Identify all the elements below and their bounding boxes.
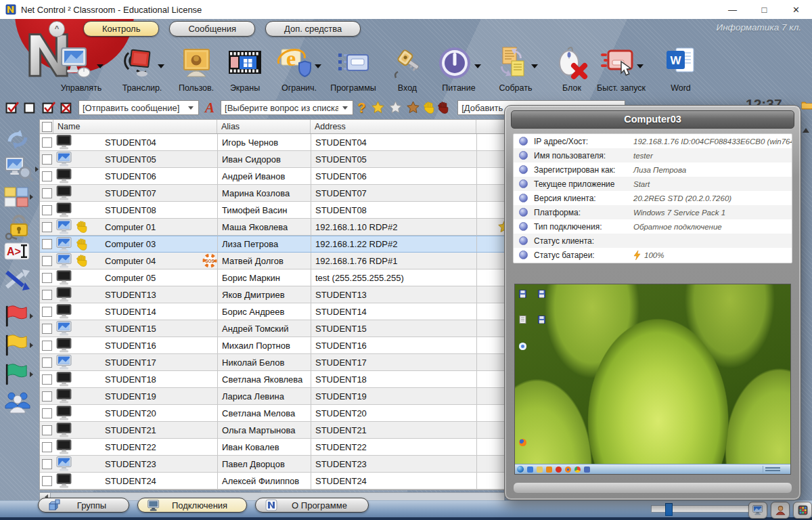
row-checkbox[interactable]: [42, 324, 52, 334]
table-row[interactable]: STUDENT17Николай БеловSTUDENT17: [40, 354, 504, 371]
table-row[interactable]: STUDENT19Лариса ЛевинаSTUDENT19: [40, 388, 504, 405]
top-tab-2[interactable]: Доп. средства: [265, 21, 361, 37]
mark-checkbox-checked[interactable]: [5, 101, 19, 114]
view-monitors-button[interactable]: [748, 502, 767, 519]
sidebar-item-flag-green[interactable]: [4, 362, 36, 387]
row-checkbox[interactable]: [42, 459, 52, 469]
row-checkbox[interactable]: [42, 408, 52, 418]
table-row[interactable]: STUDENT24Алексей ФилипповSTUDENT24: [40, 473, 504, 490]
table-row[interactable]: STUDENT04Игорь ЧерновSTUDENT04: [40, 134, 504, 151]
close-button[interactable]: ✕: [780, 0, 812, 19]
popup-title[interactable]: Computer03: [511, 110, 794, 129]
toolbar-item-quickrun[interactable]: Быст. запуск: [593, 42, 650, 93]
view-users-button[interactable]: [771, 502, 790, 519]
chevron-down-icon[interactable]: [158, 64, 164, 72]
column-header-alias[interactable]: Alias: [217, 120, 311, 133]
row-checkbox[interactable]: [42, 205, 52, 215]
chevron-down-icon[interactable]: [474, 64, 481, 72]
chevron-down-icon[interactable]: [531, 64, 538, 72]
row-checkbox[interactable]: [42, 256, 52, 266]
top-tab-1[interactable]: Сообщения: [169, 21, 255, 37]
column-header-name[interactable]: Name: [53, 120, 217, 133]
remote-screen-thumbnail[interactable]: [514, 284, 791, 475]
bottom-tab-connections[interactable]: Подключения: [137, 498, 247, 513]
sidebar-item-tiles[interactable]: [4, 187, 36, 207]
toolbar-item-manage[interactable]: Управлять: [53, 42, 110, 93]
toolbar-item-broadcast[interactable]: Транслир.: [114, 42, 171, 93]
row-checkbox[interactable]: [42, 358, 52, 368]
row-checkbox[interactable]: [42, 171, 52, 181]
row-checkbox[interactable]: [42, 188, 52, 198]
row-checkbox[interactable]: [42, 154, 52, 165]
row-checkbox[interactable]: [42, 476, 52, 486]
row-checkbox[interactable]: [42, 374, 52, 385]
bottom-tab-about[interactable]: О Программе: [255, 498, 369, 513]
folder-icon[interactable]: [801, 100, 812, 110]
table-row[interactable]: STUDENT16Михаил ПортновSTUDENT16: [40, 337, 504, 354]
sidebar-item-lock[interactable]: [4, 214, 31, 241]
table-row[interactable]: STUDENT05Иван СидоровSTUDENT05: [40, 151, 504, 168]
view-grid-button[interactable]: [793, 502, 812, 519]
slider-handle[interactable]: [665, 503, 673, 516]
chevron-down-icon[interactable]: [315, 64, 321, 72]
top-tab-0[interactable]: Контроль: [83, 21, 159, 37]
question-select[interactable]: [Выберите вопрос из списка]: [221, 100, 353, 115]
sidebar-item-screen-search[interactable]: [4, 156, 41, 183]
star-silver-icon[interactable]: [388, 101, 403, 114]
table-row[interactable]: Computer 03Лиза Петрова192.168.1.22 RDP#…: [40, 236, 504, 253]
star-bronze-icon[interactable]: [406, 101, 420, 114]
table-row[interactable]: STUDENT15Андрей ТомскийSTUDENT15: [40, 320, 504, 337]
sidebar-item-shuffle[interactable]: [4, 268, 32, 291]
row-checkbox[interactable]: [42, 442, 52, 452]
toolbar-item-login-keys[interactable]: Вход: [379, 42, 436, 93]
hand-yellow-icon[interactable]: [424, 102, 434, 114]
thumbnail-size-slider[interactable]: [651, 505, 749, 513]
toolbar-item-block-mouse[interactable]: Блок: [543, 42, 600, 93]
chevron-down-icon[interactable]: [637, 64, 644, 72]
toolbar-item-restrict[interactable]: eОгранич.: [271, 42, 328, 93]
sidebar-item-users-group[interactable]: [4, 390, 31, 414]
toolbar-item-programs[interactable]: Программы: [325, 42, 382, 93]
table-row[interactable]: STUDENT22Иван КовалевSTUDENT22: [40, 439, 504, 456]
table-row[interactable]: Computer 01Маша Яковлева192.168.1.10 RDP…: [40, 219, 504, 236]
quiz-help-button[interactable]: ?: [357, 100, 365, 116]
bottom-tab-groups[interactable]: Группы: [38, 498, 129, 513]
chevron-down-icon[interactable]: [97, 64, 104, 72]
maximize-button[interactable]: □: [748, 0, 780, 19]
mark-checkbox-empty[interactable]: [24, 101, 37, 114]
table-row[interactable]: STUDENT21Ольга МартыноваSTUDENT21: [40, 422, 504, 439]
sidebar-item-refresh[interactable]: [4, 126, 31, 153]
row-checkbox[interactable]: [42, 239, 52, 249]
table-row[interactable]: STUDENT14Борис АндреевSTUDENT14: [40, 303, 504, 320]
table-row[interactable]: STUDENT13Яков ДмитриевSTUDENT13: [40, 286, 504, 303]
row-checkbox[interactable]: [42, 307, 52, 317]
font-style-button[interactable]: A: [205, 100, 215, 116]
toolbar-item-power[interactable]: Питание: [430, 42, 487, 93]
table-row[interactable]: STUDENT08Тимофей ВасинSTUDENT08: [40, 202, 504, 219]
sidebar-item-flag-yellow[interactable]: [4, 332, 36, 358]
table-row[interactable]: STUDENT06Андрей ИвановSTUDENT06: [40, 168, 504, 185]
toolbar-item-screens[interactable]: Экраны: [217, 42, 273, 93]
mark-checkbox-crossed[interactable]: [60, 101, 74, 114]
table-row[interactable]: STUDENT23Павел ДворцовSTUDENT23: [40, 456, 504, 473]
table-row[interactable]: STUDENT20Светлана МеловаSTUDENT20: [40, 405, 504, 422]
mark-checkbox-checked[interactable]: [42, 101, 55, 114]
select-all-checkbox[interactable]: [40, 120, 53, 133]
collapse-toolbar-button[interactable]: ^: [49, 21, 65, 37]
toolbar-item-word[interactable]: WWord: [652, 42, 709, 93]
send-message-select[interactable]: [Отправить сообщение]: [78, 100, 199, 115]
table-row[interactable]: Computer 04SOSМатвей Долгов192.168.1.76 …: [40, 253, 504, 269]
table-row[interactable]: Computer 05Борис Маркинtest (255.255.255…: [40, 269, 504, 286]
toolbar-item-collect[interactable]: Собрать: [487, 42, 544, 93]
row-checkbox[interactable]: [42, 273, 52, 283]
row-checkbox[interactable]: [42, 391, 52, 402]
star-gold-icon[interactable]: [371, 101, 385, 114]
minimize-button[interactable]: —: [717, 0, 748, 19]
table-row[interactable]: STUDENT18Светлана ЯковлеваSTUDENT18: [40, 371, 504, 388]
table-row[interactable]: STUDENT07Марина КозловаSTUDENT07: [40, 185, 504, 202]
row-checkbox[interactable]: [42, 290, 52, 300]
hand-darkred-icon[interactable]: [438, 102, 449, 114]
row-checkbox[interactable]: [42, 222, 52, 232]
sidebar-item-flag-red[interactable]: [4, 303, 36, 329]
chevron-up-icon[interactable]: [803, 125, 809, 133]
